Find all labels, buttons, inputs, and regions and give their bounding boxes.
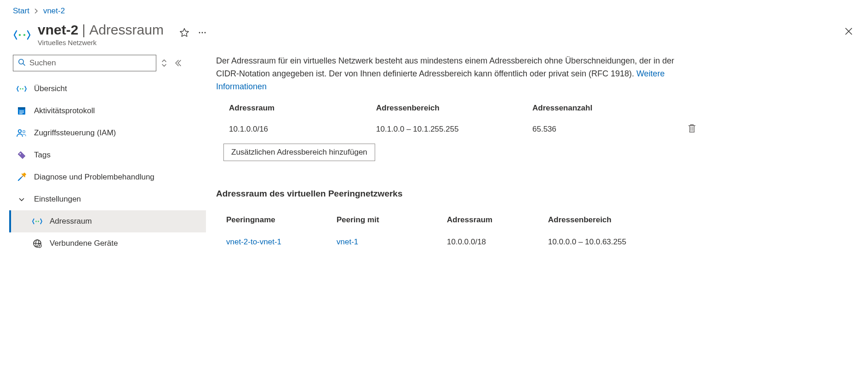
vnet-icon [13, 26, 31, 44]
main-content: Der Adressraum für ein virtuelles Netzwe… [206, 55, 868, 254]
table-header-row: Adressraum Adressenbereich Adressenanzah… [216, 98, 858, 118]
svg-point-19 [38, 221, 39, 222]
nav-label: Aktivitätsprotokoll [34, 106, 95, 116]
vnet-small-icon [31, 218, 43, 225]
svg-point-3 [201, 32, 203, 34]
sidebar-item-iam[interactable]: Zugriffssteuerung (IAM) [9, 122, 206, 144]
description-text: Der Adressraum für ein virtuelles Netzwe… [216, 56, 674, 78]
favorite-star-icon[interactable] [179, 28, 189, 38]
peering-table-header: Peeringname Peering mit Adressraum Adres… [216, 209, 858, 231]
nav-label: Tags [34, 150, 51, 160]
sidebar-item-tags[interactable]: Tags [9, 144, 206, 166]
nav-label: Diagnose und Problembehandlung [34, 173, 154, 182]
peering-table-row: vnet-2-to-vnet-1 vnet-1 10.0.0.0/18 10.0… [216, 231, 858, 253]
breadcrumb: Start vnet-2 [0, 0, 868, 17]
page-title-resource: vnet-2 [38, 22, 78, 38]
svg-point-14 [18, 130, 21, 133]
svg-point-4 [204, 32, 206, 34]
nav-label: Zugriffssteuerung (IAM) [34, 128, 116, 138]
sidebar-group-settings[interactable]: Einstellungen [9, 188, 206, 210]
cell-count: 65.536 [532, 125, 670, 134]
vnet-small-icon [16, 85, 28, 92]
col-header-peering-name: Peeringname [226, 215, 337, 225]
peering-name-link[interactable]: vnet-2-to-vnet-1 [226, 237, 281, 246]
more-ellipsis-icon[interactable] [198, 28, 207, 37]
svg-point-1 [23, 34, 25, 36]
col-header-range: Adressenbereich [376, 104, 532, 113]
svg-line-6 [23, 64, 25, 66]
nav-label: Übersicht [34, 84, 67, 93]
sidebar-item-diagnose[interactable]: Diagnose und Problembehandlung [9, 166, 206, 188]
cell-space: 10.1.0.0/16 [229, 125, 376, 134]
diagnose-icon [16, 173, 28, 182]
svg-point-0 [19, 34, 21, 36]
col-header-peering-range: Adressenbereich [548, 215, 686, 225]
sidebar-search[interactable] [13, 55, 156, 71]
connected-devices-icon [31, 239, 43, 248]
add-address-range-button[interactable]: Zusätzlichen Adressbereich hinzufügen [223, 144, 375, 161]
tags-icon [16, 150, 28, 160]
breadcrumb-start[interactable]: Start [13, 6, 29, 16]
svg-rect-10 [18, 107, 25, 109]
sidebar-item-overview[interactable]: Übersicht [9, 78, 206, 100]
activity-log-icon [16, 106, 28, 116]
peering-section-title: Adressraum des virtuellen Peeringnetzwer… [216, 189, 858, 199]
svg-point-7 [20, 88, 21, 90]
svg-point-16 [20, 153, 21, 155]
chevron-down-icon [16, 196, 28, 202]
nav-label: Adressraum [50, 217, 92, 226]
title-separator: | [82, 22, 86, 38]
svg-point-18 [35, 221, 37, 222]
delete-row-button[interactable] [688, 124, 698, 135]
col-header-peering-space: Adressraum [447, 215, 548, 225]
cell-peering-range: 10.0.0.0 – 10.0.63.255 [548, 237, 686, 247]
chevron-right-icon [34, 7, 39, 15]
breadcrumb-resource[interactable]: vnet-2 [43, 6, 65, 16]
sidebar-item-address-space[interactable]: Adressraum [9, 210, 206, 232]
cell-range: 10.1.0.0 – 10.1.255.255 [376, 125, 532, 134]
peering-with-link[interactable]: vnet-1 [337, 237, 358, 246]
nav-label: Verbundene Geräte [50, 239, 118, 248]
svg-point-8 [22, 88, 23, 90]
page-subtitle: Virtuelles Netzwerk [38, 39, 164, 46]
svg-point-15 [23, 131, 25, 133]
col-header-peering-with: Peering mit [337, 215, 447, 225]
expand-collapse-icon[interactable] [161, 59, 167, 67]
search-icon [18, 58, 26, 68]
address-space-table: Adressraum Adressenbereich Adressenanzah… [216, 98, 858, 141]
close-icon[interactable] [844, 27, 853, 36]
sidebar: Übersicht Aktivitätsprotokoll Zugriffsst… [9, 55, 206, 254]
nav-label: Einstellungen [34, 195, 81, 204]
svg-point-5 [19, 59, 23, 64]
page-header: vnet-2 | Adressraum Virtuelles Netzwerk [0, 17, 868, 46]
sidebar-nav: Übersicht Aktivitätsprotokoll Zugriffsst… [9, 78, 206, 254]
table-row: 10.1.0.0/16 10.1.0.0 – 10.1.255.255 65.5… [216, 118, 858, 141]
description: Der Adressraum für ein virtuelles Netzwe… [216, 55, 685, 93]
collapse-sidebar-icon[interactable] [174, 59, 181, 67]
cell-peering-space: 10.0.0.0/18 [447, 237, 548, 247]
search-input[interactable] [29, 58, 151, 68]
iam-icon [16, 128, 28, 138]
page-title-blade: Adressraum [89, 22, 164, 38]
col-header-space: Adressraum [229, 104, 376, 113]
sidebar-item-activity-log[interactable]: Aktivitätsprotokoll [9, 100, 206, 122]
col-header-count: Adressenanzahl [532, 104, 670, 113]
svg-point-2 [199, 32, 200, 34]
sidebar-item-connected-devices[interactable]: Verbundene Geräte [9, 232, 206, 254]
